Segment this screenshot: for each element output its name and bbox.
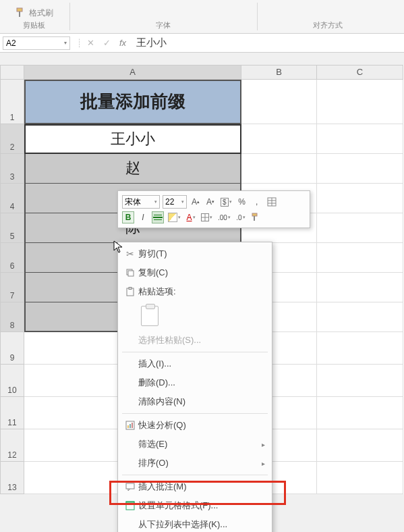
row-header-13[interactable]: 13: [0, 462, 24, 494]
row-header-11[interactable]: 11: [0, 397, 24, 429]
row-header-1[interactable]: 1: [0, 80, 24, 124]
svg-rect-9: [252, 213, 257, 216]
row-header-5[interactable]: 5: [0, 213, 24, 243]
column-header-c[interactable]: C: [317, 65, 403, 80]
cell-a2[interactable]: 王小小: [24, 124, 241, 154]
row-header-8[interactable]: 8: [0, 302, 24, 332]
cell-c5[interactable]: [317, 213, 403, 243]
menu-delete[interactable]: 删除(D)...: [118, 373, 272, 392]
menu-clear-contents[interactable]: 清除内容(N): [118, 392, 272, 411]
fx-icon[interactable]: fx: [115, 38, 131, 48]
paintbrush-icon: [251, 213, 260, 222]
clipboard-icon: [122, 287, 138, 296]
font-name-selector[interactable]: 宋体▾: [122, 195, 160, 209]
chevron-down-icon: ▾: [64, 40, 67, 46]
bold-button[interactable]: B: [122, 211, 134, 223]
paintbrush-icon: [15, 7, 27, 19]
menu-filter[interactable]: 筛选(E): [118, 435, 272, 454]
cell-c4[interactable]: [317, 184, 403, 213]
row-header-4[interactable]: 4: [0, 184, 24, 213]
cell-a3[interactable]: 赵: [24, 154, 241, 184]
cell-c2[interactable]: [317, 124, 403, 154]
cell-c1[interactable]: [317, 80, 403, 124]
row-header-6[interactable]: 6: [0, 243, 24, 273]
quick-analysis-icon: [122, 421, 138, 430]
row-header-3[interactable]: 3: [0, 154, 24, 184]
menu-pick-from-list[interactable]: 从下拉列表中选择(K)...: [118, 515, 272, 532]
svg-rect-0: [17, 8, 22, 11]
percent-button[interactable]: %: [236, 196, 248, 208]
decrease-decimal-button[interactable]: .0: [235, 211, 247, 223]
menu-format-cells[interactable]: 设置单元格格式(F)...: [118, 496, 272, 515]
format-cells-icon: [122, 501, 138, 510]
menu-quick-analysis[interactable]: 快速分析(Q): [118, 416, 272, 435]
context-menu: ✂ 剪切(T) 复制(C) 粘贴选项: 选择性粘贴(S)... 插入(I)...…: [117, 242, 272, 532]
format-painter-button[interactable]: 格式刷: [12, 5, 56, 20]
column-header-b[interactable]: B: [241, 65, 317, 80]
increase-decimal-button[interactable]: .00: [217, 211, 232, 223]
row-header-12[interactable]: 12: [0, 429, 24, 462]
cell-c7[interactable]: [317, 273, 403, 302]
cell-c8[interactable]: [317, 302, 403, 332]
font-color-icon: A: [186, 213, 192, 222]
menu-copy[interactable]: 复制(C): [118, 263, 272, 282]
cell-c3[interactable]: [317, 154, 403, 184]
menu-sort[interactable]: 排序(O): [118, 454, 272, 473]
formula-bar: A2 ▾ ┊ ✕ ✓ fx: [0, 34, 404, 53]
svg-rect-17: [129, 424, 131, 428]
italic-button[interactable]: I: [137, 211, 149, 223]
cell-c6[interactable]: [317, 243, 403, 273]
row-header-9[interactable]: 9: [0, 332, 24, 365]
bucket-icon: [168, 213, 177, 222]
paste-icon: [141, 306, 158, 326]
svg-rect-18: [132, 423, 133, 428]
comma-style-button[interactable]: ,: [251, 196, 263, 208]
column-header-a[interactable]: A: [24, 65, 241, 80]
cell-b3[interactable]: [241, 154, 317, 184]
ribbon-group-label-clipboard: 剪贴板: [23, 20, 45, 30]
row-header-2[interactable]: 2: [0, 124, 24, 154]
ribbon-group-font: 字体: [70, 0, 257, 33]
menu-insert-comment[interactable]: 插入批注(M): [118, 477, 272, 496]
format-painter-mini-button[interactable]: [250, 211, 262, 223]
column-headers: A B C: [0, 65, 404, 80]
accounting-format-button[interactable]: $: [219, 196, 233, 208]
decrease-font-icon[interactable]: A▾: [204, 196, 217, 208]
scissors-icon: ✂: [122, 248, 138, 259]
menu-paste-options-label: 粘贴选项:: [118, 282, 272, 301]
menu-cut[interactable]: ✂ 剪切(T): [118, 244, 272, 263]
fill-color-button[interactable]: [167, 211, 182, 223]
svg-rect-10: [254, 216, 255, 221]
svg-rect-12: [128, 271, 134, 276]
cell-b2[interactable]: [241, 124, 317, 154]
svg-rect-1: [19, 11, 20, 17]
confirm-formula-button[interactable]: ✓: [98, 38, 115, 48]
format-table-icon[interactable]: [266, 196, 278, 208]
svg-rect-16: [127, 425, 129, 428]
menu-paste-special: 选择性粘贴(S)...: [118, 331, 272, 350]
cancel-formula-button[interactable]: ✕: [82, 38, 98, 48]
menu-paste-default[interactable]: [118, 301, 272, 331]
svg-rect-14: [129, 288, 132, 290]
increase-font-icon[interactable]: A▴: [190, 196, 202, 208]
font-color-button[interactable]: A: [185, 211, 197, 223]
cell-a1[interactable]: 批量添加前缀: [24, 80, 241, 124]
formula-input[interactable]: [131, 36, 401, 50]
row-header-7[interactable]: 7: [0, 273, 24, 302]
borders-button[interactable]: [200, 211, 214, 223]
border-icon: [201, 213, 209, 221]
svg-rect-19: [126, 483, 134, 489]
cell-b1[interactable]: [241, 80, 317, 124]
font-size-selector[interactable]: 22▾: [163, 195, 187, 209]
svg-rect-21: [126, 502, 134, 504]
select-all-corner[interactable]: [0, 65, 24, 80]
name-box[interactable]: A2 ▾: [3, 36, 70, 50]
mini-toolbar: 宋体▾ 22▾ A▴ A▾ $ % , B I A .00 .0: [117, 190, 310, 228]
name-box-value: A2: [6, 38, 16, 48]
align-center-button[interactable]: [152, 211, 164, 223]
ribbon-group-clipboard: 格式刷 剪贴板: [5, 0, 69, 33]
menu-insert[interactable]: 插入(I)...: [118, 354, 272, 373]
ribbon-group-label-font: 字体: [156, 20, 171, 30]
row-header-10[interactable]: 10: [0, 365, 24, 397]
ribbon-group-label-align: 对齐方式: [313, 20, 343, 30]
